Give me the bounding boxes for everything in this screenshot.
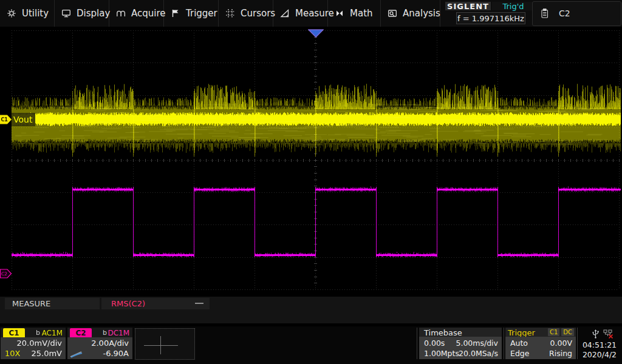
c1-channel-marker[interactable]: C1 — [0, 115, 12, 124]
menu-item-label: Acquire — [131, 8, 166, 19]
lan-disconnected-icon — [603, 329, 613, 339]
waveform-display: C1 Vout C2 — [0, 27, 622, 297]
c2-offset: -6.90A — [103, 349, 129, 358]
active-channel-indicator[interactable]: C2 — [559, 8, 570, 18]
timebase-delay: 0.00s — [424, 339, 445, 348]
add-channel-box[interactable] — [135, 328, 195, 360]
menu-item-math[interactable]: Math — [328, 0, 381, 27]
trigger-source-chip: C1 — [548, 328, 559, 336]
oscilloscope-screen: Utility Display Acquire — [0, 0, 622, 364]
c1-coupling: AC1M — [42, 329, 63, 337]
trigger-body: Auto 0.00V Edge Rising — [505, 337, 576, 359]
menu-item-measure[interactable]: Measure — [273, 0, 328, 27]
trigger-status-badge: Trig'd — [492, 2, 535, 10]
plus-icon — [160, 336, 161, 354]
trigger-slope: Rising — [549, 349, 572, 358]
clipboard-icon[interactable] — [541, 8, 549, 18]
c2-scale: 2.00A/div — [91, 339, 129, 348]
clock-time: 04:51:21 — [577, 340, 622, 349]
waveform-canvas[interactable] — [0, 27, 622, 297]
measure-icon — [280, 8, 290, 18]
current-probe-icon — [69, 349, 84, 358]
trigger-coupling-chip: DC — [561, 328, 574, 336]
measure-panel: MEASURE RMS(C2) Value 3.68148A ✕ — [0, 297, 622, 323]
status-column: 04:51:21 2020/4/2 — [577, 328, 622, 359]
measure-slot-label: RMS(C2) — [111, 299, 145, 308]
menu-item-label: Cursors — [241, 8, 275, 19]
c2-tab: C2 — [70, 328, 92, 337]
c2-body: 2.00A/div -6.90A — [67, 337, 132, 359]
c1-scale: 20.0mV/div — [17, 339, 62, 348]
bottom-status-bar: C1 b AC1M 20.0mV/div 10X 25.0mV C2 b DC1… — [0, 326, 622, 364]
c2-header: C2 b DC1M — [67, 328, 132, 337]
c1-offset: 25.0mV — [31, 349, 62, 358]
acquire-icon — [116, 8, 126, 18]
menu-item-utility[interactable]: Utility — [0, 0, 55, 27]
channel-c2-box[interactable]: C2 b DC1M 2.00A/div -6.90A — [67, 328, 132, 359]
siglent-logo: SIGLENT — [445, 2, 491, 10]
timebase-scale: 5.00ms/div — [456, 339, 498, 348]
divider — [504, 328, 504, 359]
menu-item-cursors[interactable]: Cursors — [219, 0, 273, 27]
timebase-body: 0.00s 5.00ms/div 1.00Mpts 20.0MSa/s — [419, 337, 502, 359]
menu-item-label: Analysis — [403, 8, 440, 19]
c2-channel-marker[interactable]: C2 — [0, 269, 12, 278]
measure-panel-title: MEASURE — [5, 298, 100, 309]
trigger-title: Trigger — [508, 328, 535, 337]
timebase-box[interactable]: Timebase 0.00s 5.00ms/div 1.00Mpts 20.0M… — [419, 328, 502, 359]
menu-item-label: Trigger — [186, 8, 217, 19]
menu-item-acquire[interactable]: Acquire — [109, 0, 164, 27]
trigger-box[interactable]: Trigger C1 DC Auto 0.00V Edge Rising — [505, 328, 576, 359]
timebase-header: Timebase — [419, 328, 502, 337]
measure-slot-rms-c2[interactable]: RMS(C2) — [101, 298, 210, 309]
top-menu-bar: Utility Display Acquire — [0, 0, 622, 27]
c1-marker-badge: C1 — [1, 117, 9, 123]
remove-measure-button[interactable] — [195, 303, 203, 304]
plus-icon — [144, 345, 178, 346]
menu-item-label: Display — [77, 8, 110, 19]
trigger-flag-icon — [171, 8, 180, 18]
divider — [417, 328, 417, 359]
c2-bandwidth-flag: b — [103, 329, 107, 337]
display-icon — [61, 8, 71, 18]
c2-marker-badge: C2 — [1, 271, 7, 277]
menu-item-label: Utility — [22, 8, 49, 19]
menu-item-label: Math — [350, 8, 373, 19]
trigger-frequency-readout: f = 1.997116kHz — [456, 12, 525, 24]
channel-c1-box[interactable]: C1 b AC1M 20.0mV/div 10X 25.0mV — [1, 328, 66, 359]
clock-date: 2020/4/2 — [577, 350, 622, 359]
c1-tab: C1 — [3, 328, 25, 337]
cursors-icon — [225, 8, 235, 18]
c2-coupling: DC1M — [108, 329, 129, 337]
math-icon — [335, 8, 344, 18]
usb-icon — [592, 329, 600, 339]
menu-item-display[interactable]: Display — [55, 0, 109, 27]
timebase-points: 1.00Mpts — [424, 349, 459, 358]
menu-item-trigger[interactable]: Trigger — [164, 0, 219, 27]
trigger-mode: Auto — [510, 339, 528, 348]
timebase-title: Timebase — [424, 328, 462, 337]
analysis-icon — [388, 8, 397, 18]
c1-channel-label: Vout — [12, 113, 35, 126]
c1-probe-attenuation: 10X — [5, 349, 20, 358]
c1-body: 20.0mV/div 10X 25.0mV — [1, 337, 66, 359]
trigger-header: Trigger C1 DC — [505, 328, 576, 337]
menu-item-analysis[interactable]: Analysis — [381, 0, 440, 27]
c1-bandwidth-flag: b — [36, 329, 40, 337]
gear-icon — [7, 8, 16, 18]
trigger-type: Edge — [510, 349, 529, 358]
trigger-level: 0.00V — [550, 339, 572, 348]
trigger-position-indicator[interactable] — [308, 29, 324, 38]
c1-header: C1 b AC1M — [1, 328, 66, 337]
timebase-sample-rate: 20.0MSa/s — [459, 349, 498, 358]
